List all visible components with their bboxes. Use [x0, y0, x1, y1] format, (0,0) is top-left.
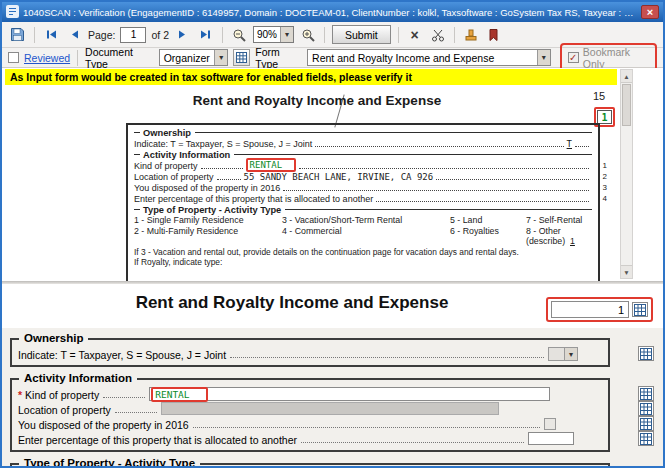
- chevron-down-icon: ▾: [280, 27, 293, 42]
- scan-row-percent: Enter percentage of this property that i…: [134, 193, 592, 204]
- zoom-in-button[interactable]: [299, 25, 317, 45]
- indicate-label: Indicate: T = Taxpayer, S = Spouse, J = …: [18, 349, 226, 361]
- stamp-button[interactable]: [462, 25, 480, 45]
- grid-icon: [640, 348, 652, 360]
- lookup-button[interactable]: [638, 401, 654, 416]
- royalty-note: If Royalty, indicate type:: [134, 257, 592, 267]
- ownership-select[interactable]: ▾: [548, 347, 578, 361]
- scan-form-box: Ownership Indicate: T = Taxpayer, S = Sp…: [126, 123, 600, 281]
- section-legend: Activity Information: [19, 372, 137, 384]
- delete-icon: ×: [411, 28, 419, 42]
- prev-page-button[interactable]: [65, 25, 83, 45]
- grid-icon: [640, 433, 652, 445]
- document-type-label: Document Type: [85, 46, 154, 70]
- grid-icon: [634, 304, 646, 316]
- page-count-label: of 2: [151, 29, 169, 41]
- zoom-level-select[interactable]: 90% ▾: [253, 26, 294, 43]
- save-button[interactable]: [8, 25, 27, 45]
- arrow-down-icon: ▼: [623, 269, 629, 276]
- kind-of-property-input[interactable]: RENTAL: [149, 387, 550, 401]
- chevron-down-icon: ▾: [537, 50, 550, 65]
- row-location: Location of property: [18, 401, 602, 416]
- section-ownership: Ownership Indicate: T = Taxpayer, S = Sp…: [10, 338, 610, 367]
- kind-value-annotation: RENTAL: [151, 387, 207, 402]
- submit-button[interactable]: Submit: [332, 25, 391, 44]
- location-label: Location of property: [18, 404, 111, 416]
- section-activity: Activity Information * Kind of property …: [10, 378, 610, 452]
- scan-row-kind: Kind of property RENTAL 1: [134, 160, 592, 171]
- location-input[interactable]: [161, 402, 499, 415]
- next-page-button[interactable]: [174, 25, 192, 45]
- bookmark-only-checkbox[interactable]: ✓: [568, 52, 579, 63]
- form-list-button[interactable]: [233, 49, 250, 66]
- close-button[interactable]: ×: [641, 5, 659, 19]
- grid-icon: [236, 52, 247, 63]
- scissors-icon: [431, 28, 445, 42]
- zoom-out-button[interactable]: [230, 25, 248, 45]
- section-header-type: Type of Property - Activity Type: [134, 204, 592, 215]
- form-type-select[interactable]: Rent and Royalty Income and Expense ▾: [307, 49, 551, 66]
- row-percent: Enter percentage of this property that i…: [18, 431, 602, 446]
- percent-label: Enter percentage of this property that i…: [18, 434, 297, 446]
- document-type-select[interactable]: Organizer ▾: [159, 49, 229, 66]
- page-label: Page:: [88, 29, 115, 41]
- separator: [222, 27, 223, 43]
- separator: [324, 27, 325, 43]
- activity-input-annotation: [546, 297, 653, 322]
- lookup-button[interactable]: [638, 386, 654, 401]
- chevron-down-icon: ▾: [564, 348, 577, 360]
- first-page-button[interactable]: [42, 25, 60, 45]
- form-type-value: Rent and Royalty Income and Expense: [312, 52, 494, 64]
- zoom-value: 90%: [254, 29, 280, 40]
- delete-page-button[interactable]: ×: [406, 25, 424, 45]
- disposed-label: You disposed of the property in 2016: [18, 419, 189, 431]
- activity-lookup-button[interactable]: [632, 302, 648, 317]
- title-bar: 1040SCAN : Verification (EngagementID : …: [2, 2, 663, 22]
- lookup-button[interactable]: [638, 416, 654, 431]
- scrollbar-thumb[interactable]: [622, 84, 631, 126]
- scan-row-location: Location of property 55 SANDY BEACH LANE…: [134, 171, 592, 182]
- required-marker: *: [18, 389, 22, 401]
- document-viewer: As Input form would be created in tax so…: [2, 68, 663, 281]
- grid-icon: [640, 418, 652, 430]
- last-page-button[interactable]: [197, 25, 215, 45]
- section-legend: Ownership: [19, 332, 88, 344]
- check-icon: ✓: [569, 53, 577, 62]
- disposed-checkbox[interactable]: [544, 418, 556, 430]
- reviewed-checkbox[interactable]: [8, 52, 19, 63]
- options-bar: Reviewed Document Type Organizer ▾ Form …: [2, 48, 663, 68]
- other-value: 1: [570, 236, 575, 246]
- reviewed-label[interactable]: Reviewed: [24, 52, 70, 64]
- bookmark-icon: [487, 28, 500, 42]
- form-title: Rent and Royalty Income and Expense: [22, 293, 562, 313]
- zoom-out-icon: [232, 28, 246, 42]
- scan-activity-number: 1: [597, 110, 612, 124]
- app-window: 1040SCAN : Verification (EngagementID : …: [0, 0, 665, 468]
- scroll-down-button[interactable]: ▼: [621, 265, 632, 278]
- indicate-value: T: [567, 139, 572, 149]
- activity-number-input[interactable]: [551, 301, 629, 318]
- grid-icon: [640, 388, 652, 400]
- scanned-document: Rent and Royalty Income and Expense 15 1…: [2, 85, 619, 281]
- page-number-input[interactable]: [120, 27, 146, 43]
- row-indicate: Indicate: T = Taxpayer, S = Spouse, J = …: [18, 346, 602, 361]
- scan-row-disposed: You disposed of the property in 2016 3: [134, 182, 592, 193]
- separator: [454, 27, 455, 43]
- scan-row-indicate: Indicate: T = Taxpayer, S = Spouse, J = …: [134, 138, 592, 149]
- percent-input[interactable]: [528, 432, 574, 445]
- form-type-label: Form Type: [255, 46, 302, 70]
- chevron-down-icon: ▾: [214, 50, 227, 65]
- kind-value-annotation: RENTAL: [246, 158, 297, 172]
- stamp-icon: [464, 28, 478, 42]
- separator: [398, 27, 399, 43]
- row-kind: * Kind of property RENTAL: [18, 386, 602, 401]
- viewer-scrollbar[interactable]: ▲ ▼: [620, 69, 633, 279]
- bookmark-only-label: Bookmark Only: [583, 46, 649, 70]
- scroll-up-button[interactable]: ▲: [621, 70, 632, 83]
- grid-icon: [640, 403, 652, 415]
- lookup-button[interactable]: [638, 346, 654, 361]
- lookup-button[interactable]: [638, 431, 654, 446]
- bookmark-tool-button[interactable]: [485, 25, 503, 45]
- section-header-activity: Activity Information: [134, 149, 592, 160]
- cut-button[interactable]: [429, 25, 447, 45]
